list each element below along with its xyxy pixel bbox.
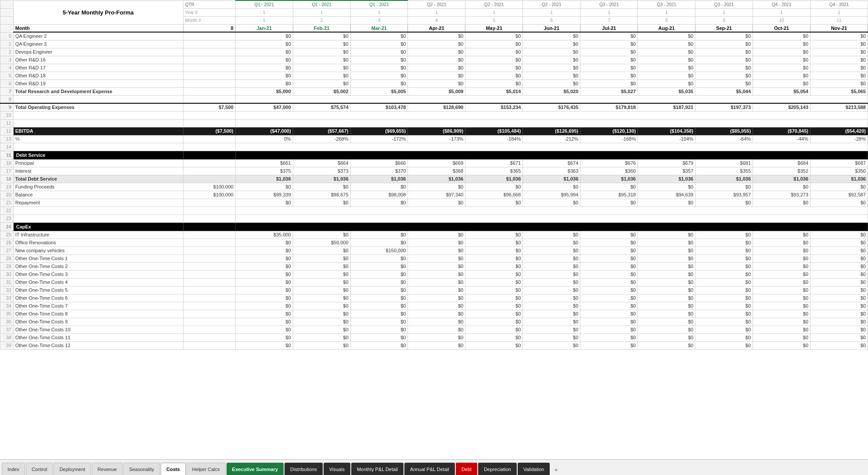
header-jan21: Jan-21 <box>235 24 293 32</box>
tab-visuals[interactable]: Visuals <box>324 463 350 475</box>
qtr-q1-2021-3: Q1 - 2021 <box>350 0 408 8</box>
label-balance: Balance <box>13 191 183 199</box>
row-ebitda: 12 EBITDA ($7,500) ($47,000) ($57,667) (… <box>0 127 868 135</box>
label-principal: Principal <box>13 159 183 167</box>
row-ebitda-pct: 13 % 0% -268% -172% -173% -184% -212% -1… <box>0 135 868 143</box>
row-interest: 17 Interest $375 $373 $370 $368 $365 $36… <box>0 167 868 175</box>
row-num <box>0 0 14 8</box>
label-ebitda-pct: % <box>13 135 183 143</box>
empty-row-5: 22 <box>0 207 868 214</box>
row-devops-engineer: 2 Devops Engineer $0 $0 $0 $0 $0 $0 $0 $… <box>0 48 868 56</box>
row-num <box>0 16 14 24</box>
row-office-renovations: 26 Office Renovations $0 $50,000 $0 $0 $… <box>0 239 868 247</box>
row-num <box>0 24 14 32</box>
title-row: 5-Year Monthly Pro-Forma QTR Q1 - 2021 Q… <box>0 0 868 8</box>
row-other-rnd-18: 5 Other R&D 18 $0 $0 $0 $0 $0 $0 $0 $0 $… <box>0 72 868 80</box>
header-jun21: Jun-21 <box>523 24 580 32</box>
label-other-rnd-18: Other R&D 18 <box>13 72 183 80</box>
label-other-one-time-6: Other One-Time Costs 6 <box>13 294 183 302</box>
row-total-debt-service: 18 Total Debt Service $1,036 $1,036 $1,0… <box>0 175 868 183</box>
row-other-one-time-7: 34 Other One-Time Costs 7 $0 $0 $0 $0 $0… <box>0 302 868 310</box>
row-qa-engineer-2: 0 QA Engineer 2 $0 $0 $0 $0 $0 $0 $0 $0 … <box>0 32 868 40</box>
tab-revenue[interactable]: Revenue <box>92 463 122 475</box>
tab-annual-pl-detail[interactable]: Annual P&L Detail <box>404 463 455 475</box>
row-other-one-time-2: 29 Other One-Time Costs 2 $0 $0 $0 $0 $0… <box>0 262 868 270</box>
row-other-one-time-5: 32 Other One-Time Costs 5 $0 $0 $0 $0 $0… <box>0 286 868 294</box>
label-it-infrastructure: IT Infrastructure <box>13 231 183 239</box>
label-total-rnd: Total Research and Development Expense <box>13 87 183 95</box>
row-balance: 20 Balance $100,000 $99,339 $98,675 $98,… <box>0 191 868 199</box>
empty-row-2: 10 <box>0 111 868 119</box>
qtr-q2-2021-2: Q2 - 2021 <box>465 0 523 8</box>
month-col-header: Month <box>13 24 183 32</box>
row-debt-service-header: 15 Debt Service <box>0 151 868 159</box>
tab-helper-calcs[interactable]: Helper Calcs <box>187 463 226 475</box>
tab-monthly-pl-detail[interactable]: Monthly P&L Detail <box>351 463 403 475</box>
label-qa-engineer-2: QA Engineer 2 <box>13 32 183 40</box>
tab-costs[interactable]: Costs <box>161 463 186 475</box>
label-other-one-time-1: Other One-Time Costs 1 <box>13 254 183 262</box>
year-label: Year # <box>183 8 235 16</box>
header-nov21: Nov-21 <box>810 24 868 32</box>
qtr-q1-2021-2: Q1 - 2021 <box>293 0 350 8</box>
tab-seasonality[interactable]: Seasonality <box>123 463 160 475</box>
tab-depreciation[interactable]: Depreciation <box>478 463 517 475</box>
label-capex: CapEx <box>13 222 183 231</box>
header-may21: May-21 <box>465 24 523 32</box>
qtr-q3-2021-1: Q3 - 2021 <box>580 0 638 8</box>
header-mar21: Mar-21 <box>350 24 408 32</box>
label-other-one-time-12: Other One-Time Costs 12 <box>13 341 183 349</box>
empty-row-6: 23 <box>0 214 868 222</box>
label-other-one-time-11: Other One-Time Costs 11 <box>13 334 183 341</box>
row-qa-engineer-3: 1 QA Engineer 3 $0 $0 $0 $0 $0 $0 $0 $0 … <box>0 40 868 48</box>
row-other-one-time-12: 39 Other One-Time Costs 12 $0 $0 $0 $0 $… <box>0 341 868 349</box>
tab-index[interactable]: Index <box>2 463 25 475</box>
label-total-debt-service: Total Debt Service <box>13 175 183 183</box>
row-other-one-time-4: 31 Other One-Time Costs 4 $0 $0 $0 $0 $0… <box>0 278 868 286</box>
main-table: 5-Year Monthly Pro-Forma QTR Q1 - 2021 Q… <box>0 0 868 350</box>
header-aug21: Aug-21 <box>638 24 695 32</box>
row-other-one-time-3: 30 Other One-Time Costs 3 $0 $0 $0 $0 $0… <box>0 270 868 278</box>
row-capex-header: 24 CapEx <box>0 222 868 231</box>
label-ebitda: EBITDA <box>13 127 183 135</box>
qtr-q4-2021-2: Q4 - 2021 <box>810 0 868 8</box>
row-it-infrastructure: 25 IT Infrastructure $35,000 $0 $0 $0 $0… <box>0 231 868 239</box>
label-funding-proceeds: Funding Proceeds <box>13 183 183 191</box>
label-interest: Interest <box>13 167 183 175</box>
qtr-q4-2021-1: Q4 - 2021 <box>753 0 810 8</box>
tab-executive-summary[interactable]: Executive Summary <box>227 463 284 475</box>
qtr-q3-2021-3: Q3 - 2021 <box>695 0 753 8</box>
label-other-rnd-17: Other R&D 17 <box>13 64 183 72</box>
tab-distributions[interactable]: Distributions <box>285 463 323 475</box>
qtr-q1-2021-1: Q1 - 2021 <box>235 0 293 8</box>
label-total-opex: Total Operating Expenses <box>13 103 183 111</box>
label-other-one-time-10: Other One-Time Costs 10 <box>13 326 183 334</box>
label-other-rnd-19: Other R&D 19 <box>13 80 183 87</box>
label-other-one-time-7: Other One-Time Costs 7 <box>13 302 183 310</box>
row-other-one-time-10: 37 Other One-Time Costs 10 $0 $0 $0 $0 $… <box>0 326 868 334</box>
label-other-one-time-3: Other One-Time Costs 3 <box>13 270 183 278</box>
tab-validation[interactable]: Validation <box>518 463 550 475</box>
row-total-rnd: 7 Total Research and Development Expense… <box>0 87 868 95</box>
label-qa-engineer-3: QA Engineer 3 <box>13 40 183 48</box>
tab-add-button[interactable]: + <box>551 464 561 475</box>
tab-deployment[interactable]: Deployment <box>54 463 91 475</box>
label-other-rnd-16: Other R&D 16 <box>13 56 183 64</box>
tab-debt[interactable]: Debt <box>456 463 477 475</box>
qtr-q2-2021-3: Q2 - 2021 <box>523 0 580 8</box>
qtr-label: QTR <box>183 0 235 8</box>
row-total-opex: 9 Total Operating Expenses $7,500 $47,00… <box>0 103 868 111</box>
qtr-q2-2021-1: Q2 - 2021 <box>408 0 465 8</box>
row-other-rnd-16: 3 Other R&D 16 $0 $0 $0 $0 $0 $0 $0 $0 $… <box>0 56 868 64</box>
label-debt-service: Debt Service <box>13 151 183 159</box>
row-other-one-time-1: 28 Other One-Time Costs 1 $0 $0 $0 $0 $0… <box>0 254 868 262</box>
empty-row-4: 14 <box>0 143 868 151</box>
tab-control[interactable]: Control <box>26 463 53 475</box>
spreadsheet-container: 5-Year Monthly Pro-Forma QTR Q1 - 2021 Q… <box>0 0 868 457</box>
row-funding-proceeds: 19 Funding Proceeds $100,000 $0 $0 $0 $0… <box>0 183 868 191</box>
label-devops-engineer: Devops Engineer <box>13 48 183 56</box>
label-office-renovations: Office Renovations <box>13 239 183 247</box>
row-repayment: 21 Repayment $0 $0 $0 $0 $0 $0 $0 $0 $0 … <box>0 199 868 207</box>
row-other-one-time-6: 33 Other One-Time Costs 6 $0 $0 $0 $0 $0… <box>0 294 868 302</box>
header-jul21: Jul-21 <box>580 24 638 32</box>
